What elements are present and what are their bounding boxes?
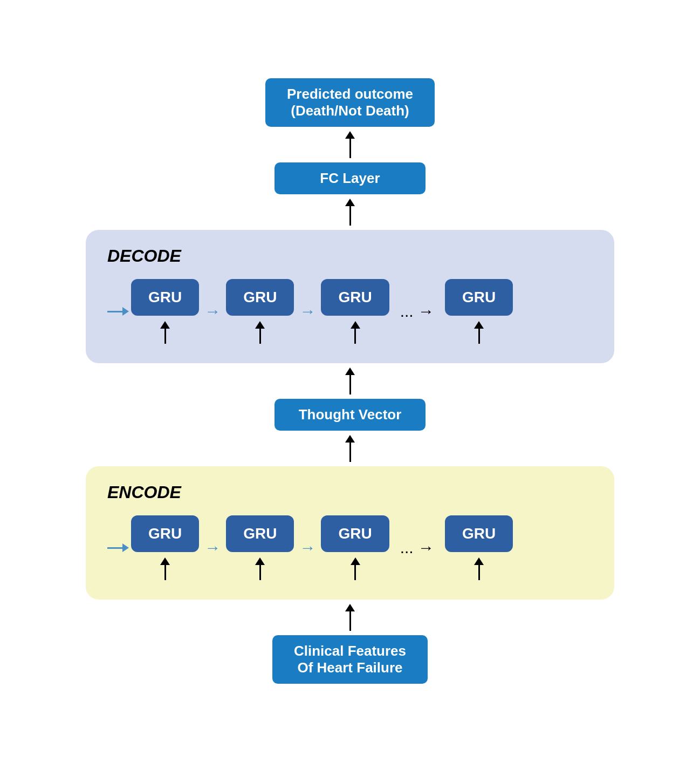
clinical-features-box: Clinical Features Of Heart Failure bbox=[272, 635, 428, 684]
arrow-head bbox=[255, 557, 265, 565]
arrow-head bbox=[345, 604, 355, 611]
thought-vector-box: Thought Vector bbox=[274, 399, 426, 431]
arrow-head bbox=[160, 557, 170, 565]
decode-gru-2-label: GRU bbox=[243, 289, 277, 305]
arrow-head bbox=[351, 321, 360, 329]
arrow-line bbox=[354, 565, 356, 580]
encode-gru-2-label: GRU bbox=[243, 525, 277, 542]
arrow-decode-to-fc bbox=[345, 199, 355, 226]
decode-gru-3-label: GRU bbox=[338, 289, 372, 305]
arrow-head bbox=[345, 435, 355, 443]
arrow-head bbox=[160, 321, 170, 329]
decode-gru-4-label: GRU bbox=[462, 289, 496, 305]
arrow-line bbox=[478, 565, 480, 580]
encode-gru-1: GRU bbox=[131, 515, 199, 552]
encode-gru-1-arrow bbox=[160, 557, 170, 580]
fc-layer-label: FC Layer bbox=[320, 170, 380, 186]
encode-dots: ... → bbox=[400, 539, 434, 557]
encode-label: ENCODE bbox=[107, 482, 593, 502]
encode-gru-row: GRU → GRU → bbox=[107, 515, 593, 580]
thought-vector-label: Thought Vector bbox=[299, 406, 402, 423]
init-arrow-line bbox=[107, 311, 122, 312]
decode-init-arrow bbox=[107, 307, 129, 316]
encode-gru-cell-1: GRU bbox=[131, 515, 199, 580]
encode-gru-cell-3: GRU bbox=[321, 515, 389, 580]
arrow-line bbox=[478, 329, 480, 344]
arrow-line bbox=[259, 565, 261, 580]
decode-gru-1-arrow bbox=[160, 321, 170, 344]
encode-gru-4: GRU bbox=[445, 515, 513, 552]
encode-gru-1-label: GRU bbox=[148, 525, 182, 542]
arrow-line bbox=[164, 329, 166, 344]
arrow-head bbox=[345, 199, 355, 206]
arrow-line bbox=[349, 206, 351, 226]
decode-gru-row: GRU → GRU → bbox=[107, 279, 593, 344]
arrow-head bbox=[255, 321, 265, 329]
diagram: Predicted outcome (Death/Not Death) FC L… bbox=[53, 57, 647, 705]
encode-gru-cell-2: GRU bbox=[226, 515, 294, 580]
arrow-head bbox=[345, 368, 355, 375]
encode-gru-cell-4: GRU bbox=[445, 515, 513, 580]
predicted-outcome-label: Predicted outcome (Death/Not Death) bbox=[287, 86, 413, 119]
decode-gru-4: GRU bbox=[445, 279, 513, 316]
decode-dots: ... → bbox=[400, 302, 434, 321]
decode-gru-3-arrow bbox=[351, 321, 360, 344]
encode-gru-3: GRU bbox=[321, 515, 389, 552]
arrow-head bbox=[345, 131, 355, 139]
fc-layer-box: FC Layer bbox=[274, 162, 426, 194]
arrow-line bbox=[354, 329, 356, 344]
encode-arrow-1: → bbox=[204, 539, 221, 557]
decode-panel: DECODE GRU → GRU bbox=[86, 230, 614, 363]
decode-gru-cell-3: GRU bbox=[321, 279, 389, 344]
encode-gru-4-label: GRU bbox=[462, 525, 496, 542]
encode-gru-2: GRU bbox=[226, 515, 294, 552]
arrow-line bbox=[349, 611, 351, 631]
decode-arrow-1: → bbox=[204, 302, 221, 321]
predicted-outcome-box: Predicted outcome (Death/Not Death) bbox=[265, 78, 435, 127]
arrow-line bbox=[349, 375, 351, 394]
decode-gru-cell-4: GRU bbox=[445, 279, 513, 344]
decode-gru-4-arrow bbox=[474, 321, 484, 344]
decode-gru-1-label: GRU bbox=[148, 289, 182, 305]
encode-gru-2-arrow bbox=[255, 557, 265, 580]
encode-init-arrow bbox=[107, 543, 129, 552]
arrow-line bbox=[259, 329, 261, 344]
arrow-head bbox=[351, 557, 360, 565]
init-arrow-head bbox=[122, 307, 129, 316]
encode-arrow-2: → bbox=[299, 539, 315, 557]
arrow-line bbox=[164, 565, 166, 580]
decode-gru-cell-2: GRU bbox=[226, 279, 294, 344]
decode-arrow-2: → bbox=[299, 302, 315, 321]
arrow-head bbox=[474, 557, 484, 565]
arrow-line bbox=[349, 139, 351, 158]
init-arrow-head bbox=[122, 543, 129, 552]
encode-gru-3-arrow bbox=[351, 557, 360, 580]
arrow-clinical-to-encode bbox=[345, 604, 355, 631]
encode-panel: ENCODE GRU → GRU bbox=[86, 466, 614, 600]
arrow-line bbox=[349, 443, 351, 462]
arrow-encode-to-tv bbox=[345, 435, 355, 462]
decode-gru-2-arrow bbox=[255, 321, 265, 344]
decode-gru-3: GRU bbox=[321, 279, 389, 316]
arrow-head bbox=[474, 321, 484, 329]
decode-gru-cell-1: GRU bbox=[131, 279, 199, 344]
arrow-tv-to-decode bbox=[345, 368, 355, 394]
init-arrow-line bbox=[107, 547, 122, 549]
decode-label: DECODE bbox=[107, 246, 593, 266]
clinical-features-label: Clinical Features Of Heart Failure bbox=[294, 643, 406, 676]
arrow-fc-to-output bbox=[345, 131, 355, 158]
decode-gru-2: GRU bbox=[226, 279, 294, 316]
decode-gru-1: GRU bbox=[131, 279, 199, 316]
encode-gru-3-label: GRU bbox=[338, 525, 372, 542]
encode-gru-4-arrow bbox=[474, 557, 484, 580]
